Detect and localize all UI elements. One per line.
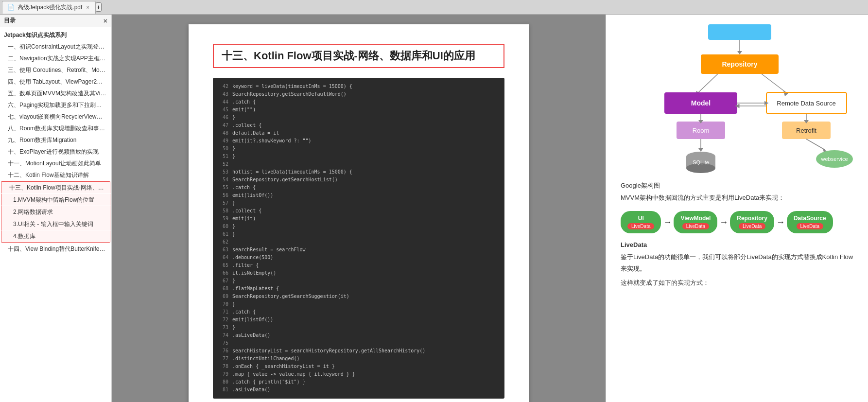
code-line: 77 .distinctUntilChanged()	[219, 355, 499, 363]
sidebar-close-button[interactable]: ×	[104, 17, 107, 25]
flow-arrow-2: →	[719, 217, 728, 227]
toc-item-item3[interactable]: 三、使用 Coroutines、Retrofit、Moshi实现	[0, 64, 111, 76]
toc-item-item13-2[interactable]: 2.网络数据请求	[1, 206, 110, 218]
code-line: 48 defaultData = it	[219, 129, 499, 137]
svg-marker-8	[783, 91, 788, 96]
code-line: 54 SearchRepository.getSearchHostList()	[219, 176, 499, 184]
toc-item-item7[interactable]: 七、vlayout嵌套横向RecyclerView和Banne	[0, 111, 111, 122]
code-line: 61}	[219, 230, 499, 238]
code-line: 63searchResult = searchFlow	[219, 246, 499, 254]
svg-text:Repository: Repository	[722, 60, 757, 68]
code-line: 57 }	[219, 199, 499, 207]
toc-item-jetpack-series[interactable]: Jetpack知识点实战系列	[0, 29, 111, 41]
toc-item-item8[interactable]: 八、Room数据库实现增删改查和事务处理	[0, 122, 111, 134]
code-line: 76searchHistoryList = searchHistoryRepos…	[219, 347, 499, 355]
sidebar-title: 目录	[4, 17, 16, 25]
toc-item-item9[interactable]: 九、Room数据库Migration	[0, 134, 111, 146]
code-line: 50 }	[219, 145, 499, 153]
svg-marker-22	[698, 148, 703, 152]
code-line: 73 }	[219, 324, 499, 332]
code-line: 52	[219, 160, 499, 168]
code-line: 55 .catch {	[219, 184, 499, 192]
code-line: 51}	[219, 153, 499, 160]
code-line: 42keyword = liveData(timeoutInMs = 15000…	[219, 83, 499, 90]
svg-text:webservice: webservice	[820, 156, 848, 162]
code-line: 62	[219, 238, 499, 246]
code-line: 45 emit("")	[219, 106, 499, 114]
pdf-tab[interactable]: 📄 高级Jetpack强化实战.pdf ×	[2, 1, 96, 14]
code-line: 46 }	[219, 114, 499, 122]
toc-item-item5[interactable]: 五、数单页面MVVM架构改造及其ViewMoc	[0, 87, 111, 99]
toc-item-item13[interactable]: 十三、Kotlin Flow项目实战-网络、数据库和	[1, 181, 110, 193]
svg-marker-2	[737, 51, 742, 54]
toc-item-item4[interactable]: 四、使用 TabLayout、ViewPager2、Recy	[0, 76, 111, 87]
svg-text:Room: Room	[693, 127, 710, 134]
flow-viewmodel: ViewModel LiveData	[674, 211, 717, 233]
svg-text:Model: Model	[691, 99, 711, 107]
pdf-page: 十三、Kotlin Flow项目实战-网络、数据库和UI的应用 42keywor…	[189, 24, 529, 402]
google-arch-svg: Repository Model Remote Data Source Room	[621, 24, 854, 175]
toc-item-item12[interactable]: 十二、Kotlin Flow基础知识详解	[0, 169, 111, 181]
google-arch-label: Google架构图	[621, 181, 853, 190]
code-line: 68 .flatMapLatest {	[219, 285, 499, 293]
tab-title: 高级Jetpack强化实战.pdf	[17, 3, 82, 12]
page-title: 十三、Kotlin Flow项目实战-网络、数据库和UI的应用	[213, 44, 504, 68]
flow-datasource: DataSource LiveData	[787, 211, 833, 233]
toc-item-item11[interactable]: 十一、MotionLayout让动画如此简单	[0, 157, 111, 169]
svg-text:Remote Data Source: Remote Data Source	[777, 100, 835, 107]
flow-repository: Repository LiveData	[730, 211, 774, 233]
mvvm-desc: MVVM架构中数据回流的方式主要是利用LiveData来实现：	[621, 192, 853, 203]
code-line: 66 it.isNotEmpty()	[219, 269, 499, 277]
arch-area: Repository Model Remote Data Source Room	[606, 15, 868, 402]
svg-text:Retrofit: Retrofit	[796, 127, 816, 134]
svg-line-5	[698, 74, 718, 92]
code-line: 49 emit(it?.showKeyword ?: "")	[219, 137, 499, 145]
code-line: 64 .debounce(500)	[219, 254, 499, 262]
code-line: 56 emit(listOf())	[219, 192, 499, 199]
code-line: 44 .catch {	[219, 98, 499, 106]
livedata-flow-diagram: UI LiveData → ViewModel LiveData → Repos…	[621, 211, 853, 233]
code-line: 81 .asLiveData()	[219, 386, 499, 394]
code-line: 47 .collect {	[219, 122, 499, 129]
code-line: 59 emit(it)	[219, 215, 499, 223]
tab-close-button[interactable]: ×	[85, 4, 90, 10]
code-line: 75	[219, 339, 499, 347]
code-block: 42keyword = liveData(timeoutInMs = 15000…	[213, 78, 504, 399]
toc-item-item13-1[interactable]: 1.MVVM架构中留给Flow的位置	[1, 194, 110, 206]
pdf-area[interactable]: 十三、Kotlin Flow项目实战-网络、数据库和UI的应用 42keywor…	[112, 15, 606, 402]
code-line: 71 .catch {	[219, 308, 499, 316]
toc-item-item10[interactable]: 十、ExoPlayer进行视频播放的实现	[0, 146, 111, 157]
svg-text:SQLite: SQLite	[693, 159, 709, 165]
code-line: 53hotlist = liveData(timeoutInMs = 15000…	[219, 168, 499, 176]
toc-item-item6[interactable]: 六、Paging实现加载更多和下拉刷新、精读J	[0, 99, 111, 111]
pdf-icon: 📄	[7, 4, 15, 11]
code-line: 72 emit(listOf())	[219, 316, 499, 324]
code-line: 65 .filter {	[219, 262, 499, 269]
main-layout: 目录 × Jetpack知识点实战系列一、初识ConstraintLayout之…	[0, 15, 868, 402]
flow-arrow-1: →	[663, 217, 672, 227]
code-line: 80 .catch { println("$it") }	[219, 378, 499, 386]
flow-ui: UI LiveData	[621, 211, 661, 233]
toc-item-item13-3[interactable]: 3.UI相关 - 输入框中输入关键词	[1, 218, 110, 230]
svg-rect-0	[708, 24, 771, 40]
code-line: 43 SearchRepository.getSearchDefaultWord…	[219, 90, 499, 98]
code-line: 60 }	[219, 223, 499, 230]
svg-line-7	[762, 74, 786, 92]
toc-item-item2[interactable]: 二、Navigation实战之实现APP主框架以及N	[0, 52, 111, 64]
livedata-desc2: 这样就变成了如下的实现方式：	[621, 277, 853, 288]
flow-arrow-3: →	[776, 217, 785, 227]
toc-item-item1[interactable]: 一、初识ConstraintLayout之实现登录页面	[0, 41, 111, 52]
tab-bar: 📄 高级Jetpack强化实战.pdf × +	[0, 0, 868, 15]
code-line: 67 }	[219, 277, 499, 285]
toc-item-item14[interactable]: 十四、View Binding替代ButterKnife和Kotli	[0, 243, 111, 255]
sidebar-header: 目录 ×	[0, 15, 111, 27]
sidebar: 目录 × Jetpack知识点实战系列一、初识ConstraintLayout之…	[0, 15, 112, 402]
toc-item-item13-4[interactable]: 4.数据库	[1, 230, 110, 243]
new-tab-button[interactable]: +	[96, 2, 102, 12]
code-line: 79 .map { value -> value.map { it.keywor…	[219, 370, 499, 378]
livedata-section-label: LiveData	[621, 241, 853, 248]
code-line: 70 }	[219, 300, 499, 308]
code-line: 78 .onEach { _searchHistoryList = it }	[219, 363, 499, 370]
code-line: 69 SearchRepository.getSearchSuggestion(…	[219, 293, 499, 300]
sidebar-content[interactable]: Jetpack知识点实战系列一、初识ConstraintLayout之实现登录页…	[0, 27, 111, 402]
